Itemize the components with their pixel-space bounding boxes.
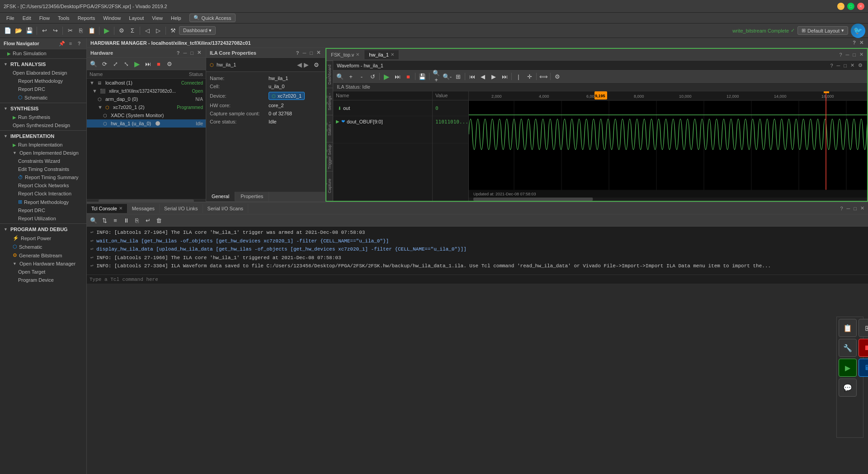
wf-refresh-btn[interactable]: ↺ — [368, 71, 377, 81]
quick-access-bar[interactable]: 🔍 Quick Access — [189, 14, 236, 22]
nav-program-device[interactable]: Program Device — [0, 276, 86, 284]
hw-panel-close[interactable]: ✕ — [196, 50, 202, 56]
side-settings[interactable]: Settings - hw_ila_1 — [326, 88, 333, 115]
ila-prev-arrow[interactable]: ◀ — [297, 61, 302, 68]
console-input[interactable] — [90, 277, 865, 282]
wf-marker-btn[interactable]: | — [514, 71, 524, 81]
tcl-tab-close[interactable]: ✕ — [119, 206, 123, 211]
close-button[interactable]: ✕ — [857, 3, 864, 10]
wave-close-btn[interactable]: ✕ — [849, 62, 855, 68]
wave-help-btn[interactable]: ? — [829, 63, 834, 68]
hw-settings-btn[interactable]: ⚙ — [165, 59, 175, 69]
nav-report-clock-interaction[interactable]: Report Clock Interaction — [0, 190, 86, 198]
wf-add-btn[interactable]: + — [346, 71, 356, 81]
console-min-btn[interactable]: ─ — [846, 206, 851, 211]
copy-button[interactable]: ⎘ — [76, 26, 86, 36]
console-close-btn[interactable]: ✕ — [859, 205, 865, 211]
hw-close-btn[interactable]: ✕ — [859, 40, 864, 46]
hw-panel-max[interactable]: □ — [189, 50, 194, 56]
nav-run-synthesis[interactable]: ▶ Run Synthesis — [0, 113, 86, 121]
help-icon[interactable]: ? — [75, 40, 83, 47]
nav-generate-bitstream[interactable]: ⚙ Generate Bitstream — [0, 251, 86, 260]
nav-run-implementation[interactable]: ▶ Run Implementation — [0, 141, 86, 149]
nav-report-timing[interactable]: ⏱ Report Timing Summary — [0, 173, 86, 181]
run-button[interactable]: ▶ — [102, 26, 112, 36]
nav-open-target[interactable]: Open Target — [0, 268, 86, 276]
cut-button[interactable]: ✂ — [65, 26, 75, 36]
tools2-button[interactable]: ⚒ — [168, 26, 178, 36]
wf-save-btn[interactable]: 💾 — [417, 71, 427, 81]
hw-tree-xilinx-tcf[interactable]: ▼ ⬛ xilinx_tcf/Xilinx/13724327082c0... O… — [87, 87, 206, 95]
nav-edit-timing[interactable]: Edit Timing Constraints — [0, 165, 86, 173]
prev-button[interactable]: ◁ — [142, 26, 152, 36]
wave-min-btn[interactable]: ─ — [836, 63, 841, 68]
hw-tree-localhost[interactable]: ▼ 🖥 localhost (1) Connected — [87, 79, 206, 87]
nav-report-methodology-rtl[interactable]: Report Methodology — [0, 77, 86, 85]
menu-tools[interactable]: Tools — [54, 14, 73, 22]
menu-window[interactable]: Window — [99, 14, 124, 22]
wf-zoom-fit-btn[interactable]: ⊞ — [453, 71, 463, 81]
wf-help-btn[interactable]: ? — [838, 52, 843, 57]
nav-run-simulation[interactable]: ▶ Run Simulation — [0, 49, 86, 57]
menu-file[interactable]: File — [3, 14, 18, 22]
pin-icon[interactable]: 📌 — [58, 40, 66, 47]
wave-display[interactable]: 2,000 4,000 6,000 8,000 10,000 12,000 14… — [469, 91, 867, 201]
hw-tree-xc7z020[interactable]: ▼ ⬡ xc7z020_1 (2) Programmed — [87, 103, 206, 111]
default-layout-button[interactable]: ⊞ Default Layout ▾ — [797, 26, 848, 35]
side-capture-setup[interactable]: Capture Setup - hw_ila_1 — [326, 171, 333, 201]
nav-schematic-rtl[interactable]: ⬡ Schematic — [0, 93, 86, 102]
wave-max-btn[interactable]: □ — [843, 63, 848, 68]
new-file-button[interactable]: 📄 — [3, 26, 13, 36]
console-sort-btn[interactable]: ⇅ — [99, 215, 109, 225]
maximize-button[interactable]: □ — [847, 3, 854, 10]
wf-cursor-btn[interactable]: ✛ — [524, 71, 534, 81]
settings-button[interactable]: ⚙ — [117, 26, 127, 36]
ila-tab-general[interactable]: General — [206, 192, 235, 201]
wf-max-btn[interactable]: □ — [852, 52, 857, 57]
ila-min-btn[interactable]: ─ — [302, 50, 307, 56]
overlay-btn-3[interactable]: 🔧 — [839, 339, 857, 357]
ila-tab-close[interactable]: ✕ — [391, 52, 394, 57]
wf-tab-hw-ila1[interactable]: hw_ila_1 ✕ — [364, 50, 399, 59]
menu-help[interactable]: Help — [167, 14, 185, 22]
wf-stop-btn[interactable]: ■ — [403, 71, 413, 81]
wf-prev-btn[interactable]: ◀ — [478, 71, 488, 81]
wf-search-btn[interactable]: 🔍 — [335, 71, 345, 81]
menu-layout[interactable]: Layout — [125, 14, 147, 22]
sigma-button[interactable]: Σ — [127, 26, 137, 36]
side-status[interactable]: Status - hw_ila_1 — [326, 115, 333, 142]
wf-next2-btn[interactable]: ▶ — [489, 71, 499, 81]
nav-report-drc-impl[interactable]: Report DRC — [0, 206, 86, 214]
wf-zoom-in-btn[interactable]: 🔍+ — [431, 71, 441, 81]
menu-reports[interactable]: Reports — [74, 14, 99, 22]
wf-last-btn[interactable]: ⏭ — [500, 71, 509, 81]
console-sort2-btn[interactable]: ≡ — [110, 215, 120, 225]
hw-skip-btn[interactable]: ⏭ — [143, 59, 153, 69]
paste-button[interactable]: 📋 — [87, 26, 97, 36]
console-wrap-btn[interactable]: ↵ — [143, 215, 153, 225]
hw-scrollbar[interactable] — [87, 199, 206, 202]
nav-section-rtl[interactable]: ▼ RTL ANALYSIS — [0, 60, 86, 69]
console-clear-btn[interactable]: 🗑 — [154, 215, 164, 225]
dashboard-dropdown[interactable]: Dashboard ▾ — [179, 26, 216, 35]
wf-close-btn[interactable]: ✕ — [859, 52, 864, 57]
console-tab-messages[interactable]: Messages — [127, 204, 160, 213]
nav-section-program[interactable]: ▼ PROGRAM AND DEBUG — [0, 225, 86, 234]
overlay-btn-2[interactable]: ⊞ — [859, 319, 868, 337]
overlay-btn-4[interactable]: ⏹ — [859, 339, 868, 357]
menu-view[interactable]: View — [148, 14, 166, 22]
console-help-btn[interactable]: ? — [839, 206, 844, 211]
wave-settings-btn[interactable]: ⚙ — [857, 62, 863, 68]
console-tab-serial-scans[interactable]: Serial I/O Scans — [203, 204, 248, 213]
ila-max-btn[interactable]: □ — [309, 50, 314, 56]
wf-remove-btn[interactable]: - — [357, 71, 367, 81]
signal-row-dout[interactable]: ▶ ❤ dout_OBUF[9:0] — [333, 116, 432, 143]
nav-report-utilization[interactable]: Report Utilization — [0, 214, 86, 223]
hw-search-btn[interactable]: 🔍 — [89, 59, 99, 69]
nav-report-clock-networks[interactable]: Report Clock Networks — [0, 181, 86, 190]
nav-open-synthesized[interactable]: Open Synthesized Design — [0, 121, 86, 129]
hw-panel-help[interactable]: ? — [176, 50, 181, 56]
open-file-button[interactable]: 📂 — [14, 26, 24, 36]
console-copy-btn[interactable]: ⎘ — [132, 215, 142, 225]
minimize-button[interactable]: ─ — [837, 3, 844, 10]
